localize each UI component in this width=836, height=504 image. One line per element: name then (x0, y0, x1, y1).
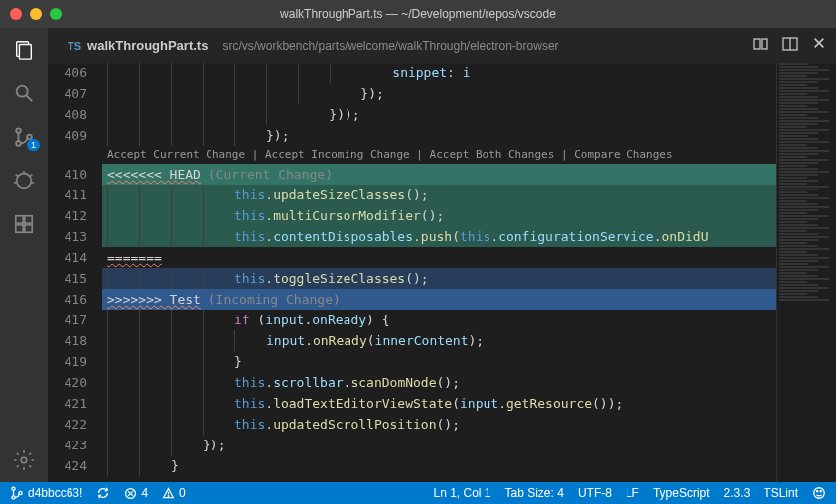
svg-rect-16 (25, 225, 32, 232)
status-ts-version[interactable]: 2.3.3 (724, 486, 751, 500)
breadcrumb: src/vs/workbench/parts/welcome/walkThrou… (222, 39, 558, 53)
svg-point-5 (16, 141, 21, 146)
search-icon[interactable] (12, 81, 36, 105)
split-editor-icon[interactable] (782, 36, 798, 55)
conflict-separator: ======= (102, 247, 776, 268)
svg-point-2 (17, 86, 28, 97)
debug-icon[interactable] (12, 169, 36, 192)
svg-line-9 (16, 175, 18, 177)
explorer-icon[interactable] (12, 38, 36, 62)
code-area[interactable]: snippet: i }); })); }); Accept Current C… (102, 63, 776, 482)
accept-both-changes-link[interactable]: Accept Both Changes (430, 148, 555, 161)
window-title: walkThroughPart.ts — ~/Development/repos… (280, 7, 556, 21)
svg-point-7 (17, 174, 32, 189)
accept-current-change-link[interactable]: Accept Current Change (107, 148, 245, 161)
status-errors[interactable]: 4 (124, 486, 148, 500)
minimize-window-button[interactable] (30, 8, 42, 20)
svg-point-25 (12, 496, 15, 499)
status-feedback-icon[interactable] (812, 486, 826, 500)
svg-point-32 (814, 488, 825, 499)
svg-point-34 (820, 491, 821, 492)
merge-codelens: Accept Current Change | Accept Incoming … (102, 146, 776, 164)
svg-point-24 (12, 487, 15, 490)
tab-filename: walkThroughPart.ts (87, 38, 208, 53)
svg-line-3 (27, 96, 33, 102)
scm-badge: 1 (27, 139, 40, 151)
conflict-incoming-header: >>>>>>> Test (Incoming Change) (102, 289, 776, 310)
status-tab-size[interactable]: Tab Size: 4 (505, 486, 564, 500)
status-bar: d4bbcc63! 4 0 Ln 1, Col 1 Tab Size: 4 UT… (0, 482, 836, 504)
status-cursor-position[interactable]: Ln 1, Col 1 (433, 486, 490, 500)
compare-changes-link[interactable]: Compare Changes (574, 148, 672, 161)
minimap[interactable] (776, 63, 836, 482)
svg-point-31 (168, 495, 169, 496)
status-linter[interactable]: TSLint (764, 486, 798, 500)
status-language[interactable]: TypeScript (653, 486, 710, 500)
tab-walkthroughpart[interactable]: TS walkThroughPart.ts (58, 28, 217, 63)
editor-content[interactable]: 406 407 408 409 410 411 412 413 414 415 … (48, 63, 836, 482)
svg-point-33 (817, 491, 818, 492)
conflict-current-header: <<<<<<< HEAD (Current Change) (102, 164, 776, 185)
titlebar: walkThroughPart.ts — ~/Development/repos… (0, 0, 836, 28)
svg-rect-1 (19, 45, 31, 60)
status-warnings[interactable]: 0 (162, 486, 186, 500)
svg-line-10 (30, 175, 32, 177)
tab-bar: TS walkThroughPart.ts src/vs/workbench/p… (48, 28, 836, 63)
svg-rect-15 (16, 225, 23, 232)
close-window-button[interactable] (10, 8, 22, 20)
source-control-icon[interactable]: 1 (12, 125, 36, 149)
status-git-branch[interactable]: d4bbcc63! (10, 486, 82, 500)
svg-rect-14 (25, 216, 32, 223)
svg-rect-19 (762, 39, 767, 49)
activity-bar: 1 (0, 28, 48, 482)
compare-changes-icon[interactable] (753, 36, 768, 55)
status-encoding[interactable]: UTF-8 (578, 486, 612, 500)
accept-incoming-change-link[interactable]: Accept Incoming Change (265, 148, 410, 161)
svg-point-4 (16, 128, 21, 133)
maximize-window-button[interactable] (50, 8, 62, 20)
svg-point-17 (21, 457, 27, 463)
settings-gear-icon[interactable] (12, 448, 36, 472)
status-sync[interactable] (96, 486, 110, 500)
close-editor-icon[interactable] (812, 36, 826, 55)
status-eol[interactable]: LF (626, 486, 639, 500)
svg-rect-18 (754, 39, 760, 49)
typescript-file-icon: TS (68, 40, 81, 52)
line-number-gutter: 406 407 408 409 410 411 412 413 414 415 … (48, 63, 102, 482)
svg-rect-13 (16, 216, 23, 223)
extensions-icon[interactable] (12, 212, 36, 236)
